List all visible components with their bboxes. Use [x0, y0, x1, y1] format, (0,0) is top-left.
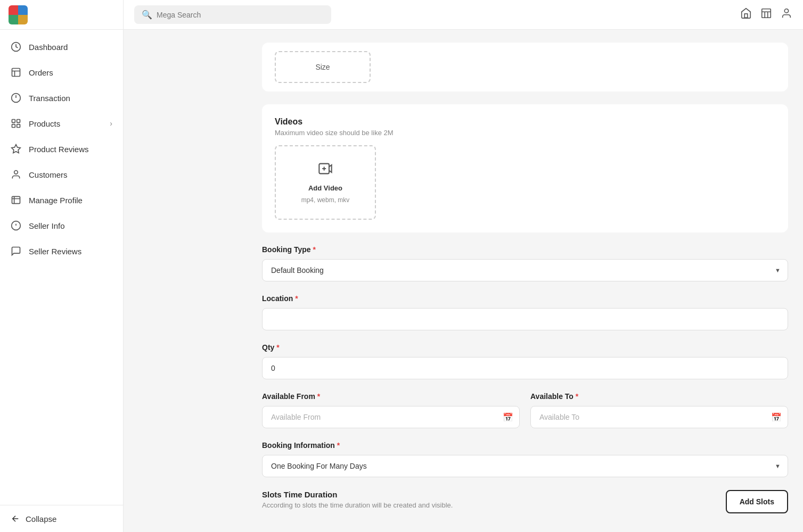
booking-information-section: Booking Information * One Booking For Ma… — [262, 441, 788, 477]
sidebar-item-products[interactable]: Products › — [0, 111, 123, 136]
collapse-button[interactable]: Collapse — [11, 514, 112, 523]
qty-input[interactable] — [262, 357, 788, 379]
available-to-wrapper: 📅 — [530, 406, 788, 428]
videos-title: Videos — [275, 117, 775, 127]
search-bar[interactable]: 🔍 — [134, 5, 331, 24]
available-from-group: Available From * 📅 — [262, 392, 520, 428]
sidebar-item-product-reviews[interactable]: Product Reviews — [0, 136, 123, 162]
sidebar: Dashboard Orders Transaction Produc — [0, 0, 124, 532]
sidebar-footer: Collapse — [0, 505, 123, 532]
svg-marker-11 — [12, 145, 21, 153]
svg-rect-10 — [17, 124, 20, 128]
available-from-wrapper: 📅 — [262, 406, 520, 428]
booking-type-label: Booking Type * — [262, 245, 788, 254]
video-types-label: mp4, webm, mkv — [301, 196, 350, 204]
videos-card: Videos Maximum video size should be like… — [262, 104, 788, 232]
size-card: Size — [262, 43, 788, 92]
booking-information-label: Booking Information * — [262, 441, 788, 450]
video-add-icon — [318, 161, 333, 180]
availability-section: Available From * 📅 Available To * 📅 — [262, 392, 788, 428]
available-to-input[interactable] — [530, 406, 788, 428]
user-icon[interactable] — [781, 7, 792, 22]
sidebar-item-seller-reviews[interactable]: Seller Reviews — [0, 238, 123, 264]
available-from-label: Available From * — [262, 392, 520, 401]
svg-rect-7 — [12, 120, 15, 123]
slots-title: Slots Time Duration — [262, 490, 726, 499]
available-to-group: Available To * 📅 — [530, 392, 788, 428]
sidebar-item-dashboard[interactable]: Dashboard — [0, 34, 123, 60]
sidebar-nav: Dashboard Orders Transaction Produc — [0, 30, 123, 505]
sidebar-item-transaction[interactable]: Transaction — [0, 85, 123, 111]
video-upload-area[interactable]: Add Video mp4, webm, mkv — [275, 145, 376, 220]
booking-information-select[interactable]: One Booking For Many Days One Booking Pe… — [262, 455, 788, 477]
transaction-icon — [11, 93, 21, 103]
building-icon[interactable] — [760, 7, 772, 22]
size-label: Size — [315, 63, 330, 71]
products-chevron: › — [110, 119, 112, 128]
booking-type-select-wrapper: Default Booking Custom Booking — [262, 259, 788, 281]
slots-section: Slots Time Duration According to slots t… — [262, 490, 788, 513]
sidebar-item-orders[interactable]: Orders — [0, 60, 123, 85]
slots-info: Slots Time Duration According to slots t… — [262, 490, 726, 509]
topbar: 🔍 — [124, 0, 803, 30]
product-reviews-icon — [11, 144, 21, 154]
collapse-icon — [11, 514, 20, 523]
main-content: Size Videos Maximum video size should be… — [247, 30, 803, 532]
date-fields: Available From * 📅 Available To * 📅 — [262, 392, 788, 428]
search-icon: 🔍 — [142, 10, 152, 20]
videos-subtitle: Maximum video size should be like 2M — [275, 129, 775, 137]
svg-rect-1 — [18, 5, 28, 15]
svg-rect-16 — [762, 9, 771, 18]
qty-section: Qty * — [262, 343, 788, 379]
video-add-label: Add Video — [308, 184, 342, 192]
manage-profile-icon — [11, 195, 21, 205]
store-icon[interactable] — [740, 7, 752, 22]
sidebar-item-seller-info[interactable]: Seller Info — [0, 213, 123, 238]
svg-rect-8 — [17, 120, 20, 123]
svg-rect-3 — [18, 15, 28, 24]
app-logo — [9, 5, 28, 24]
slots-time-duration-section: Slots Time Duration According to slots t… — [262, 490, 788, 513]
svg-rect-5 — [12, 69, 20, 77]
location-label: Location * — [262, 294, 788, 303]
available-to-label: Available To * — [530, 392, 788, 401]
add-slots-button[interactable]: Add Slots — [726, 490, 788, 513]
topbar-actions — [740, 7, 792, 22]
search-input[interactable] — [157, 11, 324, 19]
qty-label: Qty * — [262, 343, 788, 352]
available-from-input[interactable] — [262, 406, 520, 428]
booking-type-select[interactable]: Default Booking Custom Booking — [262, 259, 788, 281]
svg-rect-0 — [9, 5, 18, 15]
seller-info-icon — [11, 220, 21, 231]
booking-information-select-wrapper: One Booking For Many Days One Booking Pe… — [262, 455, 788, 477]
sidebar-item-customers[interactable]: Customers — [0, 162, 123, 187]
orders-icon — [11, 67, 21, 78]
location-section: Location * — [262, 294, 788, 330]
svg-rect-2 — [9, 15, 18, 24]
sidebar-header — [0, 0, 123, 30]
svg-rect-9 — [12, 124, 15, 128]
booking-type-section: Booking Type * Default Booking Custom Bo… — [262, 245, 788, 281]
footer-add-slots: Add Slots — [262, 526, 788, 532]
size-upload-area[interactable]: Size — [275, 51, 371, 83]
svg-rect-15 — [744, 14, 748, 18]
products-icon — [11, 118, 21, 129]
svg-rect-13 — [12, 196, 20, 203]
sidebar-item-manage-profile[interactable]: Manage Profile — [0, 187, 123, 213]
customers-icon — [11, 169, 21, 180]
svg-point-17 — [784, 9, 788, 13]
slots-subtitle: According to slots the time duration wil… — [262, 501, 726, 509]
seller-reviews-icon — [11, 246, 21, 256]
dashboard-icon — [11, 41, 21, 52]
svg-point-12 — [14, 171, 18, 174]
location-input[interactable] — [262, 308, 788, 330]
